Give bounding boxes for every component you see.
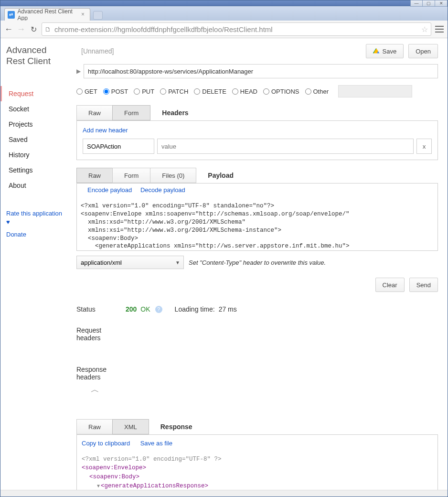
app-title: Advanced Rest Client <box>6 45 64 67</box>
help-icon[interactable]: ? <box>155 306 162 313</box>
response-tab-xml[interactable]: XML <box>112 419 149 434</box>
request-headers-label: Request headers <box>76 326 110 342</box>
status-code: 200 <box>126 305 137 313</box>
method-other[interactable]: Other <box>305 88 329 95</box>
headers-section-label: Headers <box>162 109 188 117</box>
sidebar: Advanced Rest Client Request Socket Proj… <box>0 38 70 490</box>
bookmark-icon[interactable]: ☆ <box>421 25 428 34</box>
status-label: Status <box>76 305 122 313</box>
browser-tab[interactable]: ⇄ Advanced Rest Client App × <box>4 8 90 21</box>
close-button[interactable]: ✕ <box>435 0 448 7</box>
method-patch[interactable]: PATCH <box>160 88 188 95</box>
headers-panel: Add new header x <box>76 120 438 160</box>
request-name[interactable]: [Unnamed] <box>76 45 361 57</box>
url-bar[interactable] <box>54 25 418 33</box>
save-button[interactable]: Save <box>366 44 404 58</box>
method-put[interactable]: PUT <box>134 88 154 95</box>
payload-section-label: Payload <box>208 172 234 179</box>
send-button[interactable]: Send <box>409 278 438 292</box>
browser-navbar: ← → ↻ 🗋 ☆ <box>0 21 448 38</box>
header-name-input[interactable] <box>83 139 154 154</box>
content-type-select[interactable]: application/xml <box>76 256 184 269</box>
xml-line: <soapenv:Envelope> <box>82 465 146 471</box>
xml-line: <soapenv:Body> <box>89 474 139 480</box>
sidebar-item-settings[interactable]: Settings <box>6 162 64 178</box>
tab-title: Advanced Rest Client App <box>18 8 78 22</box>
sidebar-item-socket[interactable]: Socket <box>6 101 64 117</box>
http-method-group: GET POST PUT PATCH DELETE HEAD OPTIONS O… <box>76 85 438 97</box>
sidebar-item-about[interactable]: About <box>6 178 64 193</box>
donate-link[interactable]: Donate <box>6 228 64 241</box>
xml-line: <?xml version="1.0" encoding="UTF-8" ?> <box>82 455 433 464</box>
sidebar-item-projects[interactable]: Projects <box>6 117 64 132</box>
response-headers-label: Response headers <box>76 366 115 381</box>
back-icon[interactable]: ← <box>4 24 13 34</box>
headers-tab-raw[interactable]: Raw <box>76 105 113 120</box>
copy-clipboard-link[interactable]: Copy to clipboard <box>82 439 130 448</box>
response-section-label: Response <box>160 423 192 431</box>
new-tab-button[interactable] <box>93 11 103 20</box>
sidebar-item-saved[interactable]: Saved <box>6 132 64 147</box>
method-delete[interactable]: DELETE <box>194 88 226 95</box>
reload-icon[interactable]: ↻ <box>29 25 38 34</box>
maximize-button[interactable]: ▢ <box>423 0 435 7</box>
open-button[interactable]: Open <box>408 44 438 58</box>
url-expand-icon[interactable]: ▶ <box>76 68 81 75</box>
menu-icon[interactable] <box>435 26 444 32</box>
chevron-up-icon[interactable]: ︿ <box>91 384 438 395</box>
forward-icon: → <box>17 24 25 34</box>
tree-caret-icon[interactable]: ▼ <box>97 484 100 489</box>
header-delete-button[interactable]: x <box>416 139 432 154</box>
method-post[interactable]: POST <box>103 88 128 95</box>
omnibox[interactable]: 🗋 ☆ <box>42 22 431 36</box>
payload-tab-files[interactable]: Files (0) <box>150 168 196 183</box>
method-options[interactable]: OPTIONS <box>263 88 299 95</box>
sidebar-item-request[interactable]: Request <box>0 86 64 101</box>
xml-line: <generateApplicationsResponse> <box>101 483 208 489</box>
headers-tab-form[interactable]: Form <box>112 105 150 120</box>
decode-payload-link[interactable]: Decode payload <box>140 186 185 194</box>
add-header-link[interactable]: Add new header <box>83 127 128 134</box>
response-panel: Copy to clipboard Save as file <?xml ver… <box>76 434 438 490</box>
response-tab-raw[interactable]: Raw <box>76 419 113 434</box>
method-get[interactable]: GET <box>76 88 97 95</box>
tab-close-icon[interactable]: × <box>81 12 85 17</box>
save-button-label: Save <box>383 48 397 55</box>
status-text: OK <box>140 305 150 313</box>
encode-payload-link[interactable]: Encode payload <box>87 186 132 194</box>
main-content: [Unnamed] Save Open ▶ GET POST PUT PATCH… <box>70 38 448 490</box>
drive-icon <box>373 48 380 54</box>
rate-link[interactable]: Rate this application ♥ <box>6 207 64 228</box>
method-head[interactable]: HEAD <box>232 88 257 95</box>
sidebar-item-history[interactable]: History <box>6 147 64 162</box>
request-url-input[interactable] <box>84 64 438 78</box>
loading-time-value: 27 ms <box>219 305 237 313</box>
window-titlebar: — ▢ ✕ <box>0 0 448 6</box>
method-other-input[interactable] <box>338 85 412 97</box>
payload-body-textarea[interactable]: <?xml version="1.0" encoding="UTF-8" sta… <box>77 200 437 249</box>
content-type-hint: Set "Content-Type" header to overwrite t… <box>189 259 326 266</box>
horizontal-scrollbar[interactable] <box>0 490 448 497</box>
clear-button[interactable]: Clear <box>375 278 405 292</box>
loading-time-label: Loading time: <box>175 305 215 313</box>
favicon-icon: ⇄ <box>8 11 15 19</box>
header-value-input[interactable] <box>157 139 414 154</box>
minimize-button[interactable]: — <box>410 0 423 7</box>
browser-tabbar: ⇄ Advanced Rest Client App × <box>0 6 448 21</box>
save-as-file-link[interactable]: Save as file <box>140 439 172 448</box>
payload-panel: Encode payload Decode payload <?xml vers… <box>76 183 438 251</box>
payload-tab-raw[interactable]: Raw <box>76 168 113 183</box>
payload-tab-form[interactable]: Form <box>112 168 150 183</box>
page-icon: 🗋 <box>45 26 52 33</box>
